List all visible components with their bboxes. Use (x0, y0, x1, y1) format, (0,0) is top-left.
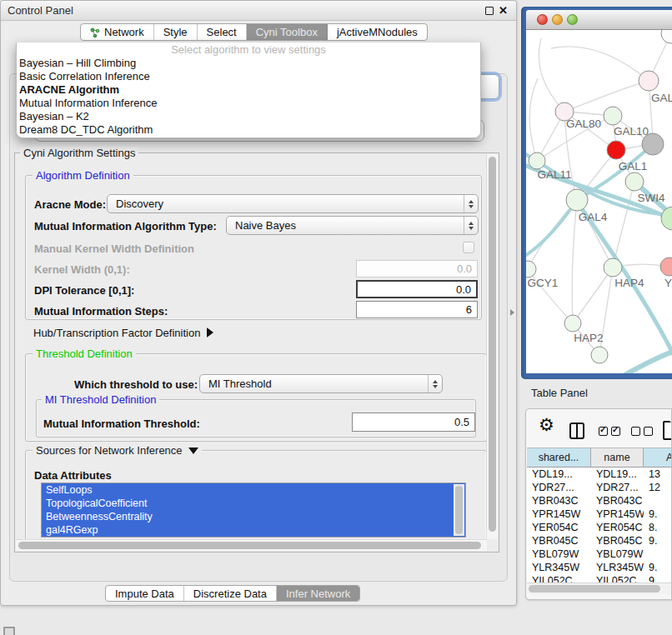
tab-select[interactable]: Select (198, 24, 247, 40)
algorithm-option-bayesian-hill-climbing[interactable]: Bayesian – Hill Climbing (17, 57, 480, 70)
network-canvas[interactable]: GALGAL80GAL10GAL1GAL11SWI4GAL4GCY1HAP4YH… (526, 30, 672, 373)
algorithm-option-dream8-dc-tdc-algorithm[interactable]: Dream8 DC_TDC Algorithm (17, 123, 480, 137)
attribute-item-gal4rgexp[interactable]: gal4RGexp (42, 523, 465, 537)
network-node-hap2[interactable] (564, 315, 581, 332)
network-edge[interactable] (573, 268, 613, 323)
network-edge[interactable] (616, 350, 672, 373)
network-edge[interactable] (526, 200, 577, 258)
select-all-icon[interactable] (599, 427, 620, 436)
tab-style[interactable]: Style (154, 24, 198, 40)
network-edge[interactable] (526, 152, 672, 215)
deselect-all-icon[interactable] (631, 427, 653, 436)
attributes-scrollbar-thumb[interactable] (455, 486, 463, 534)
combo-arrows-icon (428, 375, 442, 392)
network-node-gal10[interactable] (604, 107, 622, 125)
new-table-page-icon[interactable] (663, 421, 672, 440)
table-row[interactable]: YPR145WYPR145W9. (527, 508, 672, 521)
network-edge[interactable] (564, 81, 649, 112)
network-node-swi4[interactable] (625, 172, 644, 191)
table-row[interactable]: YBR045CYBR045C9. (527, 534, 672, 548)
network-edge[interactable] (572, 200, 577, 323)
column-layout-icon[interactable] (569, 422, 584, 439)
network-node[interactable] (661, 30, 672, 43)
mi-type-select[interactable]: Naive Bayes (226, 216, 479, 235)
table-cell: 9. (644, 534, 672, 548)
table-toolbar: ⚙ (526, 409, 671, 448)
attribute-item-betweennesscentrality[interactable]: BetweennessCentrality (42, 510, 465, 523)
table-cell: YPR145W (527, 508, 591, 521)
column-header-3[interactable]: A (644, 448, 672, 468)
table-row[interactable]: YDL19...YDL19...13 (527, 468, 672, 481)
network-node-y[interactable] (660, 258, 672, 276)
table-row[interactable]: YBL079WYBL079W (527, 548, 672, 561)
settings-vertical-scrollbar[interactable] (486, 154, 498, 539)
attribute-item-topologicalcoefficient[interactable]: TopologicalCoefficient (42, 497, 465, 510)
algorithm-option-mutual-information-inference[interactable]: Mutual Information Inference (17, 97, 480, 110)
dpi-tolerance-field[interactable] (356, 280, 478, 298)
column-header-2[interactable]: name (591, 448, 644, 468)
aracne-mode-select[interactable]: Discovery (107, 194, 479, 213)
which-threshold-select[interactable]: MI Threshold (199, 374, 443, 393)
table-row[interactable]: YBR043CYBR043C (527, 494, 672, 508)
float-window-icon[interactable] (485, 7, 494, 15)
network-edge[interactable] (613, 182, 634, 268)
algorithm-option-aracne-algorithm[interactable]: ARACNE Algorithm (17, 83, 480, 97)
kernel-width-field[interactable] (356, 260, 478, 278)
network-edge[interactable] (551, 47, 649, 81)
mi-threshold-title: MI Threshold Definition (42, 393, 159, 406)
control-panel-window: Control Panel ✕ NetworkStyleSelectCyni T… (0, 0, 517, 606)
minimize-traffic-light-icon[interactable] (552, 14, 563, 25)
network-node-gal1[interactable] (607, 141, 625, 159)
network-node-gal11[interactable] (529, 152, 545, 169)
network-node-gal[interactable] (639, 71, 659, 91)
manual-kernel-checkbox[interactable] (463, 242, 474, 253)
table-horizontal-thumb[interactable] (529, 585, 660, 592)
table-cell: YIL052C (591, 574, 644, 582)
close-icon[interactable]: ✕ (499, 4, 508, 17)
algorithm-option-basic-correlation-inference[interactable]: Basic Correlation Inference (17, 70, 480, 83)
network-edge[interactable] (529, 78, 538, 161)
sources-group-title[interactable]: Sources for Network Inference (33, 444, 202, 457)
table-cell: YPR145W (591, 508, 644, 521)
panel-splitter-arrow-icon[interactable] (510, 309, 514, 316)
zoom-traffic-light-icon[interactable] (567, 14, 578, 25)
mi-threshold-field[interactable] (352, 412, 475, 432)
attribute-item-selfloops[interactable]: SelfLoops (42, 483, 465, 497)
tab-cyni-toolbox[interactable]: Cyni Toolbox (247, 24, 328, 40)
column-header-1[interactable]: shared... (527, 448, 591, 468)
algorithm-option-bayesian-k2[interactable]: Bayesian – K2 (17, 110, 480, 123)
table-horizontal-scrollbar[interactable] (527, 582, 672, 594)
table-row[interactable]: YER054CYER054C8. (527, 521, 672, 534)
network-window-titlebar[interactable] (526, 10, 672, 30)
data-attributes-list[interactable]: SelfLoopsTopologicalCoefficientBetweenne… (41, 482, 466, 538)
table-row[interactable]: YIL052CYIL052C9 (527, 574, 672, 582)
network-node-hap4[interactable] (604, 258, 622, 277)
settings-group-title: Cyni Algorithm Settings (20, 147, 138, 159)
node-label-gal: GAL (651, 92, 672, 104)
network-node-gcy1[interactable] (526, 261, 536, 278)
tab-discretize-data[interactable]: Discretize Data (184, 586, 277, 601)
table-row[interactable]: YDR27...YDR27...12 (527, 481, 672, 494)
settings-horizontal-scrollbar[interactable] (16, 539, 487, 551)
settings-gear-icon[interactable]: ⚙ (539, 415, 554, 435)
collapsed-panel-icon[interactable] (3, 627, 15, 635)
mi-steps-field[interactable] (356, 301, 478, 318)
settings-horizontal-thumb[interactable] (18, 542, 481, 549)
close-traffic-light-icon[interactable] (537, 14, 548, 25)
which-threshold-value: MI Threshold (200, 378, 428, 390)
table-row[interactable]: YLR345WYLR345W9. (527, 561, 672, 574)
attributes-scrollbar[interactable] (454, 484, 464, 536)
combo-arrows-icon (464, 195, 478, 212)
tab-network[interactable]: Network (81, 24, 154, 40)
mi-threshold-group: MI Threshold Definition Mutual Informati… (36, 399, 476, 438)
network-node[interactable] (591, 347, 608, 363)
mi-type-value: Naive Bayes (227, 219, 464, 232)
tab-jactivemnodules[interactable]: jActiveMNodules (328, 24, 427, 40)
tab-impute-data[interactable]: Impute Data (106, 586, 184, 601)
hub-definition-toggle[interactable]: Hub/Transcription Factor Definition (33, 327, 213, 339)
network-edge[interactable] (539, 38, 564, 112)
tab-infer-network[interactable]: Infer Network (277, 586, 359, 601)
settings-vertical-thumb[interactable] (489, 157, 496, 532)
node-attribute-table[interactable]: shared...nameA YDL19...YDL19...13YDR27..… (527, 448, 672, 582)
network-node-gal4[interactable] (566, 189, 588, 211)
